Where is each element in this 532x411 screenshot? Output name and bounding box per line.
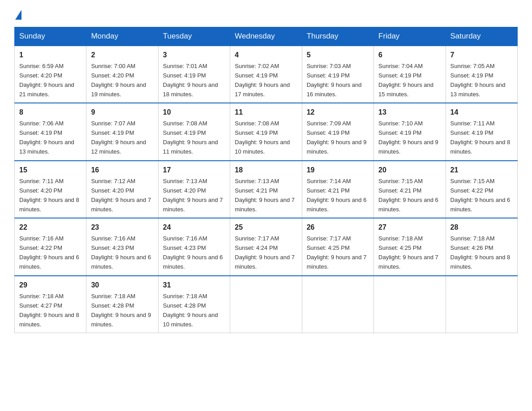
- logo-triangle-icon: [15, 10, 21, 20]
- day-number: 14: [450, 107, 513, 118]
- calendar-cell: 6Sunrise: 7:04 AMSunset: 4:19 PMDaylight…: [374, 46, 446, 103]
- day-info: Sunrise: 7:03 AMSunset: 4:19 PMDaylight:…: [307, 63, 362, 98]
- calendar-cell: 12Sunrise: 7:09 AMSunset: 4:19 PMDayligh…: [302, 103, 373, 160]
- day-number: 21: [450, 165, 513, 176]
- day-number: 7: [450, 50, 513, 61]
- day-number: 2: [91, 50, 153, 61]
- day-number: 10: [163, 107, 225, 118]
- calendar-cell: 16Sunrise: 7:12 AMSunset: 4:20 PMDayligh…: [86, 161, 158, 218]
- day-number: 9: [91, 107, 153, 118]
- calendar-cell: 7Sunrise: 7:05 AMSunset: 4:19 PMDaylight…: [446, 46, 517, 103]
- calendar-cell: 1Sunrise: 6:59 AMSunset: 4:20 PMDaylight…: [15, 46, 86, 103]
- day-number: 29: [19, 280, 82, 291]
- calendar-cell: 11Sunrise: 7:08 AMSunset: 4:19 PMDayligh…: [230, 103, 302, 160]
- calendar-cell: 24Sunrise: 7:16 AMSunset: 4:23 PMDayligh…: [158, 218, 230, 275]
- day-number: 4: [235, 50, 297, 61]
- day-info: Sunrise: 7:16 AMSunset: 4:23 PMDaylight:…: [163, 235, 223, 270]
- day-info: Sunrise: 7:04 AMSunset: 4:19 PMDaylight:…: [378, 63, 433, 98]
- day-info: Sunrise: 7:18 AMSunset: 4:28 PMDaylight:…: [91, 293, 151, 328]
- day-number: 6: [378, 50, 441, 61]
- day-number: 25: [235, 222, 297, 233]
- column-header-tuesday: Tuesday: [158, 27, 230, 46]
- calendar-cell: 5Sunrise: 7:03 AMSunset: 4:19 PMDaylight…: [302, 46, 373, 103]
- day-number: 19: [307, 165, 369, 176]
- column-header-thursday: Thursday: [302, 27, 373, 46]
- calendar-cell: 14Sunrise: 7:11 AMSunset: 4:19 PMDayligh…: [446, 103, 517, 160]
- calendar-cell: [446, 276, 517, 333]
- day-info: Sunrise: 7:01 AMSunset: 4:19 PMDaylight:…: [163, 63, 218, 98]
- calendar-table: SundayMondayTuesdayWednesdayThursdayFrid…: [14, 27, 518, 333]
- day-number: 23: [91, 222, 153, 233]
- day-number: 12: [307, 107, 369, 118]
- calendar-cell: 20Sunrise: 7:15 AMSunset: 4:21 PMDayligh…: [374, 161, 446, 218]
- day-info: Sunrise: 7:05 AMSunset: 4:19 PMDaylight:…: [450, 63, 506, 98]
- logo: [14, 11, 21, 20]
- day-number: 20: [378, 165, 441, 176]
- calendar-cell: [230, 276, 302, 333]
- day-number: 30: [91, 280, 153, 291]
- calendar-cell: 26Sunrise: 7:17 AMSunset: 4:25 PMDayligh…: [302, 218, 373, 275]
- day-number: 22: [19, 222, 82, 233]
- calendar-week-row: 22Sunrise: 7:16 AMSunset: 4:22 PMDayligh…: [15, 218, 518, 275]
- day-info: Sunrise: 7:09 AMSunset: 4:19 PMDaylight:…: [307, 120, 367, 155]
- day-info: Sunrise: 7:02 AMSunset: 4:19 PMDaylight:…: [235, 63, 290, 98]
- calendar-cell: 28Sunrise: 7:18 AMSunset: 4:26 PMDayligh…: [446, 218, 517, 275]
- calendar-cell: 27Sunrise: 7:18 AMSunset: 4:25 PMDayligh…: [374, 218, 446, 275]
- day-info: Sunrise: 7:10 AMSunset: 4:19 PMDaylight:…: [378, 120, 438, 155]
- calendar-week-row: 8Sunrise: 7:06 AMSunset: 4:19 PMDaylight…: [15, 103, 518, 160]
- day-info: Sunrise: 7:06 AMSunset: 4:19 PMDaylight:…: [19, 120, 74, 155]
- day-info: Sunrise: 7:11 AMSunset: 4:19 PMDaylight:…: [450, 120, 511, 155]
- calendar-cell: 21Sunrise: 7:15 AMSunset: 4:22 PMDayligh…: [446, 161, 517, 218]
- calendar-cell: 9Sunrise: 7:07 AMSunset: 4:19 PMDaylight…: [86, 103, 158, 160]
- calendar-week-row: 15Sunrise: 7:11 AMSunset: 4:20 PMDayligh…: [15, 161, 518, 218]
- calendar-cell: [302, 276, 373, 333]
- calendar-cell: 4Sunrise: 7:02 AMSunset: 4:19 PMDaylight…: [230, 46, 302, 103]
- day-info: Sunrise: 7:08 AMSunset: 4:19 PMDaylight:…: [163, 120, 218, 155]
- day-number: 16: [91, 165, 153, 176]
- day-info: Sunrise: 7:15 AMSunset: 4:22 PMDaylight:…: [450, 178, 511, 213]
- day-info: Sunrise: 7:00 AMSunset: 4:20 PMDaylight:…: [91, 63, 146, 98]
- calendar-cell: 10Sunrise: 7:08 AMSunset: 4:19 PMDayligh…: [158, 103, 230, 160]
- calendar-cell: 3Sunrise: 7:01 AMSunset: 4:19 PMDaylight…: [158, 46, 230, 103]
- day-info: Sunrise: 7:18 AMSunset: 4:28 PMDaylight:…: [163, 293, 218, 328]
- day-info: Sunrise: 7:12 AMSunset: 4:20 PMDaylight:…: [91, 178, 151, 213]
- calendar-cell: 18Sunrise: 7:13 AMSunset: 4:21 PMDayligh…: [230, 161, 302, 218]
- calendar-cell: 22Sunrise: 7:16 AMSunset: 4:22 PMDayligh…: [15, 218, 86, 275]
- day-info: Sunrise: 7:13 AMSunset: 4:21 PMDaylight:…: [235, 178, 295, 213]
- calendar-cell: 13Sunrise: 7:10 AMSunset: 4:19 PMDayligh…: [374, 103, 446, 160]
- day-number: 11: [235, 107, 297, 118]
- column-header-wednesday: Wednesday: [230, 27, 302, 46]
- day-info: Sunrise: 7:18 AMSunset: 4:27 PMDaylight:…: [19, 293, 79, 328]
- day-number: 5: [307, 50, 369, 61]
- calendar-cell: 8Sunrise: 7:06 AMSunset: 4:19 PMDaylight…: [15, 103, 86, 160]
- calendar-cell: 2Sunrise: 7:00 AMSunset: 4:20 PMDaylight…: [86, 46, 158, 103]
- day-number: 24: [163, 222, 225, 233]
- calendar-cell: 30Sunrise: 7:18 AMSunset: 4:28 PMDayligh…: [86, 276, 158, 333]
- day-info: Sunrise: 7:18 AMSunset: 4:25 PMDaylight:…: [378, 235, 438, 270]
- day-info: Sunrise: 7:08 AMSunset: 4:19 PMDaylight:…: [235, 120, 290, 155]
- day-number: 28: [450, 222, 513, 233]
- day-info: Sunrise: 7:17 AMSunset: 4:25 PMDaylight:…: [307, 235, 367, 270]
- day-number: 17: [163, 165, 225, 176]
- column-header-saturday: Saturday: [446, 27, 517, 46]
- calendar-cell: 15Sunrise: 7:11 AMSunset: 4:20 PMDayligh…: [15, 161, 86, 218]
- calendar-week-row: 1Sunrise: 6:59 AMSunset: 4:20 PMDaylight…: [15, 46, 518, 103]
- day-number: 18: [235, 165, 297, 176]
- day-number: 13: [378, 107, 441, 118]
- day-info: Sunrise: 7:17 AMSunset: 4:24 PMDaylight:…: [235, 235, 295, 270]
- day-number: 1: [19, 50, 82, 61]
- calendar-header-row: SundayMondayTuesdayWednesdayThursdayFrid…: [15, 27, 518, 46]
- column-header-friday: Friday: [374, 27, 446, 46]
- day-info: Sunrise: 6:59 AMSunset: 4:20 PMDaylight:…: [19, 63, 74, 98]
- calendar-cell: 25Sunrise: 7:17 AMSunset: 4:24 PMDayligh…: [230, 218, 302, 275]
- day-number: 27: [378, 222, 441, 233]
- calendar-cell: [374, 276, 446, 333]
- day-info: Sunrise: 7:07 AMSunset: 4:19 PMDaylight:…: [91, 120, 146, 155]
- day-info: Sunrise: 7:15 AMSunset: 4:21 PMDaylight:…: [378, 178, 438, 213]
- day-info: Sunrise: 7:16 AMSunset: 4:22 PMDaylight:…: [19, 235, 79, 270]
- calendar-cell: 31Sunrise: 7:18 AMSunset: 4:28 PMDayligh…: [158, 276, 230, 333]
- calendar-cell: 19Sunrise: 7:14 AMSunset: 4:21 PMDayligh…: [302, 161, 373, 218]
- column-header-sunday: Sunday: [15, 27, 86, 46]
- day-number: 26: [307, 222, 369, 233]
- day-number: 3: [163, 50, 225, 61]
